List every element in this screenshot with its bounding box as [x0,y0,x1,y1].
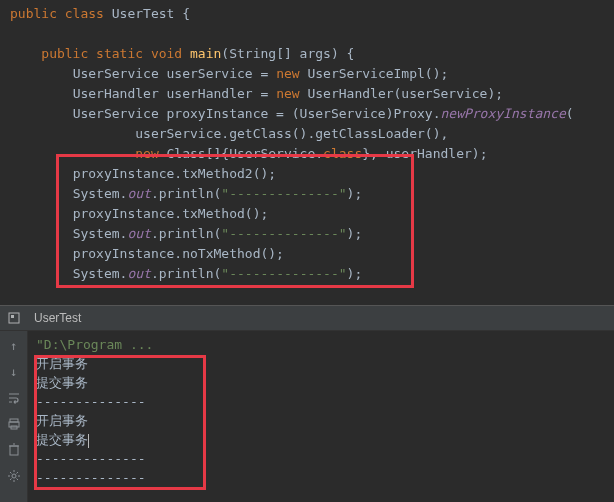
code-line: public class UserTest { [0,4,614,24]
keyword: new [276,66,299,81]
run-tab-icon[interactable] [4,308,24,328]
code-line: new Class[]{UserService.class}, userHand… [0,144,614,164]
code-line: UserHandler userHandler = new UserHandle… [0,84,614,104]
code-text: UserServiceImpl(); [300,66,449,81]
up-arrow-icon[interactable]: ↑ [5,337,23,355]
code-line: System.out.println("--------------"); [0,224,614,244]
code-text: .println( [151,226,221,241]
console-line: 开启事务 [36,411,606,430]
code-text: userService.getClass().getClassLoader(), [135,126,448,141]
string: "--------------" [221,186,346,201]
code-text: UserHandler(userService); [300,86,504,101]
code-text: proxyInstance.noTxMethod(); [73,246,284,261]
keyword: new [135,146,158,161]
console-pane: ↑ ↓ "D:\Program ... 开启事务 提交事务 ----------… [0,331,614,502]
code-text: System. [73,226,128,241]
field: out [127,226,150,241]
code-text: ); [347,266,363,281]
code-editor[interactable]: public class UserTest { public static vo… [0,0,614,305]
field: out [127,266,150,281]
code-text: System. [73,266,128,281]
code-line: userService.getClass().getClassLoader(), [0,124,614,144]
console-line: 提交事务 [36,373,606,392]
field: out [127,186,150,201]
down-arrow-icon[interactable]: ↓ [5,363,23,381]
code-text: System. [73,186,128,201]
code-line: proxyInstance.txMethod(); [0,204,614,224]
code-line: public static void main(String[] args) { [0,44,614,64]
code-text: proxyInstance.txMethod2(); [73,166,277,181]
console-toolbar: ↑ ↓ [0,331,28,502]
code-text: Class[]{UserService. [159,146,323,161]
code-line [0,24,614,44]
code-line: System.out.println("--------------"); [0,184,614,204]
print-icon[interactable] [5,415,23,433]
console-line: 开启事务 [36,354,606,373]
code-text: UserService proxyInstance = (UserService… [73,106,441,121]
svg-rect-1 [11,315,14,318]
string: "--------------" [221,266,346,281]
code-text: }, userHandler); [362,146,487,161]
svg-point-6 [12,474,16,478]
console-line: -------------- [36,449,606,468]
code-line: UserService proxyInstance = (UserService… [0,104,614,124]
console-line: -------------- [36,392,606,411]
run-tab-bar: UserTest [0,305,614,331]
code-line: proxyInstance.txMethod2(); [0,164,614,184]
code-line: proxyInstance.noTxMethod(); [0,244,614,264]
console-path: "D:\Program ... [36,335,606,354]
clear-icon[interactable] [5,441,23,459]
method-name: main [182,46,221,61]
code-line: System.out.println("--------------"); [0,264,614,284]
text-cursor [88,434,89,448]
code-text: (String[] args) { [221,46,354,61]
code-line: UserService userService = new UserServic… [0,64,614,84]
code-text: .println( [151,266,221,281]
console-line: 提交事务 [36,430,606,449]
code-text: UserHandler userHandler = [73,86,277,101]
code-text: UserService userService = [73,66,277,81]
code-text: ( [566,106,574,121]
code-text: UserTest { [104,6,190,21]
code-text: ); [347,186,363,201]
run-tab-label[interactable]: UserTest [28,311,87,325]
wrap-text-icon[interactable] [5,389,23,407]
console-output[interactable]: "D:\Program ... 开启事务 提交事务 --------------… [28,331,614,502]
keyword: public class [10,6,104,21]
console-line: -------------- [36,468,606,487]
keyword: public static void [41,46,182,61]
string: "--------------" [221,226,346,241]
code-text: .println( [151,186,221,201]
settings-icon[interactable] [5,467,23,485]
keyword: new [276,86,299,101]
code-text: proxyInstance.txMethod(); [73,206,269,221]
code-text: ); [347,226,363,241]
svg-rect-5 [10,446,18,455]
static-method: newProxyInstance [440,106,565,121]
keyword: class [323,146,362,161]
